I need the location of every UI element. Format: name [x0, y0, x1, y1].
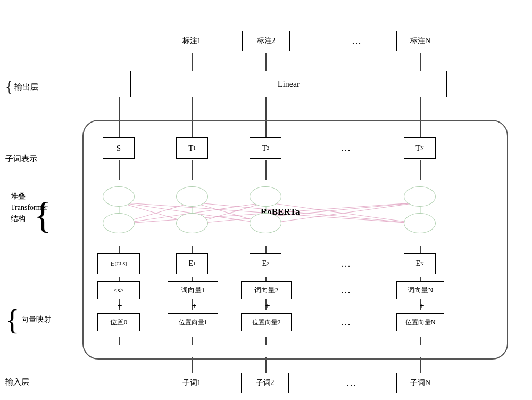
pos0-box: 位置0	[97, 313, 140, 331]
t1-box: T1	[176, 137, 208, 159]
transformer-text: 堆叠Transformer结构	[11, 191, 47, 224]
vector-mapping-label: { 向量映射	[5, 304, 82, 336]
label1-box: 标注1	[168, 31, 215, 51]
subword-repr-label: 子词表示	[5, 148, 82, 169]
oval-bot-4	[404, 213, 436, 233]
tN-box: TN	[404, 137, 436, 159]
subwordN-box: 子词N	[396, 373, 444, 393]
dots-pv: …	[330, 313, 362, 331]
dots-t: …	[330, 137, 362, 159]
e2-box: E2	[250, 253, 281, 274]
plus-1: +	[189, 301, 200, 312]
eN-box: EN	[404, 253, 436, 274]
plus-s: +	[114, 301, 125, 312]
pos-vec2-box: 位置向量2	[241, 313, 292, 331]
dots-wv: …	[330, 281, 362, 299]
pos-vec1-box: 位置向量1	[168, 313, 218, 331]
label2-box: 标注2	[242, 31, 290, 51]
output-brace: {	[5, 79, 12, 94]
main-container	[82, 120, 508, 360]
input-layer-label: 输入层	[5, 372, 74, 392]
dots-labels: …	[340, 31, 372, 51]
plus-2: +	[262, 301, 273, 312]
e-cls-box: E[CLS]	[97, 253, 140, 274]
oval-top-2	[176, 186, 208, 207]
s-token-box: <s>	[97, 281, 140, 299]
word-vecN-box: 词向量N	[396, 281, 444, 299]
subword2-box: 子词2	[241, 373, 289, 393]
diagram-container: { 输出层 标注1 标注2 … 标注N Linear 子词表示 S T1 T2 …	[0, 0, 532, 400]
linear-box: Linear	[130, 71, 447, 97]
oval-top-1	[103, 186, 135, 207]
oval-top-3	[250, 186, 281, 207]
pos-vecN-box: 位置向量N	[396, 313, 444, 331]
dots-e: …	[330, 253, 362, 274]
dots-sw: …	[335, 373, 367, 393]
plus-N: +	[417, 301, 427, 312]
oval-bot-3	[250, 213, 281, 233]
output-layer-label: { 输出层	[5, 76, 74, 97]
oval-bot-2	[176, 213, 208, 233]
t2-box: T2	[250, 137, 281, 159]
oval-bot-1	[103, 213, 135, 233]
subword1-box: 子词1	[168, 373, 215, 393]
word-vec1-box: 词向量1	[168, 281, 218, 299]
word-vec2-box: 词向量2	[241, 281, 292, 299]
e1-box: E1	[176, 253, 208, 274]
oval-top-4	[404, 186, 436, 207]
vector-brace: {	[5, 305, 19, 334]
s-box: S	[103, 137, 135, 159]
labelN-box: 标注N	[396, 31, 444, 51]
